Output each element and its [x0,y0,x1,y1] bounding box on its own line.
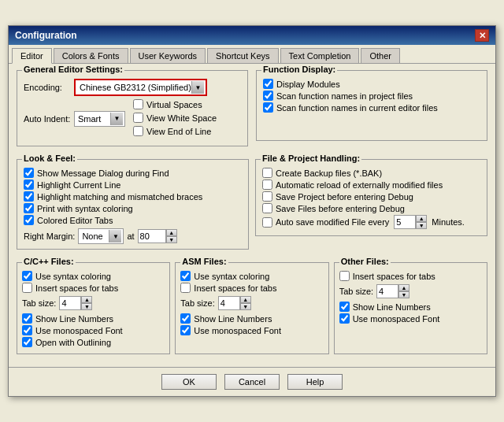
tab-colors-fonts[interactable]: Colors & Fonts [54,48,128,63]
configuration-dialog: Configuration ✕ Editor Colors & Fonts Us… [8,25,496,397]
colored-editor-tabs-checkbox[interactable] [24,215,34,225]
asm-insert-spaces-row: Insert spaces for tabs [180,283,323,293]
encoding-dropdown[interactable]: Chinese GB2312 (Simplified) ▼ [74,79,207,96]
show-msg-dialog-checkbox[interactable] [24,168,34,178]
other-monospaced-label: Use monospaced Font [353,314,440,324]
highlight-braces-checkbox[interactable] [24,191,34,202]
auto-reload-checkbox[interactable] [262,180,272,190]
cpp-line-numbers-label: Show Line Numbers [35,314,113,324]
tab-user-keywords[interactable]: User Keywords [130,48,206,63]
virtual-spaces-label: Virtual Spaces [146,100,202,109]
asm-line-numbers-label: Show Line Numbers [194,314,272,324]
cpp-monospaced-checkbox[interactable] [22,325,32,335]
cpp-tab-size-input[interactable]: 4 [59,296,81,310]
save-project-debug-row: Save Project before entering Debug [262,191,480,202]
asm-monospaced-label: Use monospaced Font [194,326,281,335]
save-files-debug-checkbox[interactable] [262,203,272,213]
ok-button[interactable]: OK [161,374,217,390]
virtual-spaces-checkbox[interactable] [133,99,143,109]
cpp-outlining-checkbox[interactable] [22,337,32,347]
cpp-syntax-checkbox[interactable] [22,271,32,281]
cpp-tab-up[interactable]: ▲ [81,296,92,303]
other-line-numbers-checkbox[interactable] [339,302,350,312]
print-syntax-checkbox[interactable] [24,203,34,213]
auto-indent-arrow[interactable]: ▼ [110,113,123,125]
save-files-debug-row: Save Files before entering Debug [262,203,480,213]
colored-editor-tabs-label: Colored Editor Tabs [37,216,113,225]
tab-other[interactable]: Other [361,48,400,63]
general-editor-label: General Editor Settings: [22,65,124,74]
other-monospaced-checkbox[interactable] [339,313,350,324]
other-line-numbers-label: Show Line Numbers [353,302,431,312]
show-msg-dialog-label: Show Message Dialog during Find [37,168,169,178]
asm-line-numbers-row: Show Line Numbers [180,313,323,324]
asm-tab-spin: 4 ▲ ▼ [218,296,251,310]
view-eol-checkbox[interactable] [133,126,143,136]
cpp-syntax-label: Use syntax coloring [35,272,111,281]
asm-insert-spaces-checkbox[interactable] [180,283,191,293]
other-files-label: Other Files: [339,257,391,266]
create-backup-label: Create Backup files (*.BAK) [276,168,382,178]
cancel-button[interactable]: Cancel [224,374,280,390]
scan-project-label: Scan function names in project files [276,91,413,101]
highlight-current-row: Highlight Current Line [24,180,242,190]
cpp-insert-spaces-checkbox[interactable] [22,283,32,293]
auto-save-label: Auto save modified File every [276,217,389,227]
cpp-monospaced-row: Use monospaced Font [22,325,165,335]
asm-tab-size-row: Tab size: 4 ▲ ▼ [180,296,323,310]
checkboxes-col: Virtual Spaces View White Space View End… [133,99,217,138]
cpp-tab-down[interactable]: ▼ [81,303,92,310]
cpp-files-label: C/C++ Files: [22,257,76,266]
save-project-debug-checkbox[interactable] [262,191,272,202]
auto-save-up[interactable]: ▲ [416,215,427,222]
tab-shortcut-keys[interactable]: Shortcut Keys [207,48,278,63]
tab-text-completion[interactable]: Text Completion [280,48,360,63]
auto-indent-dropdown[interactable]: Smart ▼ [74,111,125,127]
at-spin-down[interactable]: ▼ [166,236,177,243]
at-spin-up[interactable]: ▲ [166,229,177,236]
scan-project-checkbox[interactable] [263,91,273,101]
at-value-input[interactable]: 80 [138,229,166,243]
tab-bar: Editor Colors & Fonts User Keywords Shor… [9,45,495,64]
other-tab-up[interactable]: ▲ [398,284,410,291]
auto-save-checkbox[interactable] [262,217,272,228]
auto-indent-row: Auto Indent: Smart ▼ Virtual Spaces [24,99,241,138]
help-button[interactable]: Help [287,374,343,390]
highlight-current-checkbox[interactable] [24,180,34,190]
scan-editor-label: Scan function names in current editor fi… [276,103,438,113]
close-button[interactable]: ✕ [475,29,489,42]
view-white-space-checkbox[interactable] [133,113,143,123]
right-margin-dropdown[interactable]: None ▼ [78,228,124,244]
other-files-box: Other Files: Insert spaces for tabs Tab … [334,262,487,354]
encoding-dropdown-arrow[interactable]: ▼ [191,81,204,94]
asm-tab-size-input[interactable]: 4 [218,296,240,310]
other-tab-down[interactable]: ▼ [398,291,410,298]
asm-syntax-label: Use syntax coloring [194,272,269,281]
auto-save-down[interactable]: ▼ [416,222,427,229]
at-spin-arrows: ▲ ▼ [166,229,177,243]
asm-tab-down[interactable]: ▼ [240,303,251,310]
asm-monospaced-row: Use monospaced Font [180,325,323,335]
asm-tab-up[interactable]: ▲ [240,296,251,303]
function-display-group: Function Display: Display Modules Scan f… [256,70,487,141]
asm-monospaced-checkbox[interactable] [180,325,191,335]
create-backup-checkbox[interactable] [262,168,272,178]
cpp-line-numbers-checkbox[interactable] [22,313,32,324]
auto-save-input[interactable]: 5 [394,215,416,229]
other-insert-spaces-checkbox[interactable] [339,271,350,281]
cpp-insert-spaces-row: Insert spaces for tabs [22,283,165,293]
right-margin-arrow[interactable]: ▼ [109,230,121,242]
cpp-tab-size-row: Tab size: 4 ▲ ▼ [22,296,165,310]
tab-editor[interactable]: Editor [12,48,52,64]
at-spin: 80 ▲ ▼ [138,229,177,243]
other-tab-size-input[interactable]: 4 [376,284,398,298]
asm-syntax-checkbox[interactable] [180,271,191,281]
title-bar: Configuration ✕ [9,26,495,45]
encoding-value: Chinese GB2312 (Simplified) [77,83,191,92]
display-modules-checkbox[interactable] [263,79,273,89]
asm-syntax-row: Use syntax coloring [180,271,323,281]
other-tab-size-row: Tab size: 4 ▲ ▼ [339,284,482,298]
other-insert-spaces-row: Insert spaces for tabs [339,271,482,281]
scan-editor-checkbox[interactable] [263,102,273,113]
asm-line-numbers-checkbox[interactable] [180,313,191,324]
